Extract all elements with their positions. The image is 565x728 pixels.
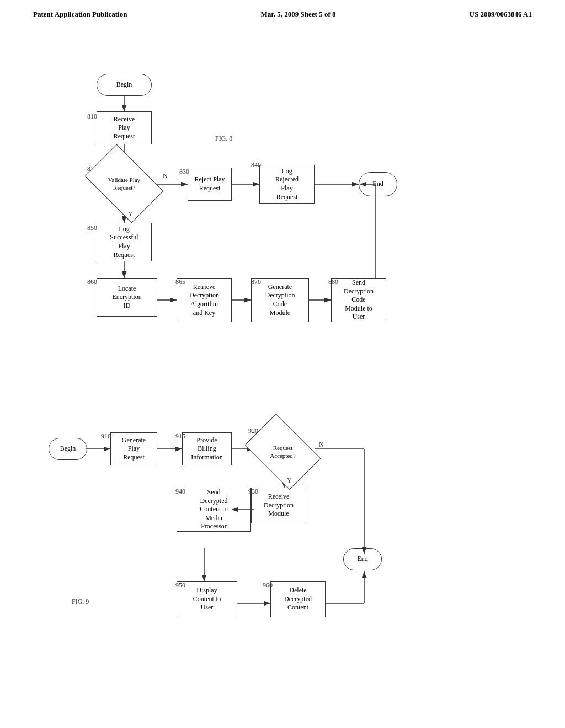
end2-node: End	[343, 548, 382, 570]
page-header: Patent Application Publication Mar. 5, 2…	[0, 0, 565, 19]
node-820: Validate PlayRequest?	[91, 161, 157, 206]
node-810-label: 810	[87, 113, 97, 121]
n-label-920: N	[319, 441, 324, 449]
header-left: Patent Application Publication	[33, 10, 127, 19]
node-850-label: 850	[87, 224, 97, 232]
header-right: US 2009/0063846 A1	[470, 10, 532, 19]
end1-node: End	[359, 172, 397, 196]
begin1-node: Begin	[97, 74, 152, 96]
node-860: Locate Encryption ID	[97, 278, 157, 317]
node-850: Log Successful Play Request	[97, 223, 152, 261]
node-950: Display Content to User	[177, 581, 237, 617]
node-840: Log Rejected Play Request	[259, 165, 315, 204]
node-865: Retrieve Decryption Algorithm and Key	[177, 278, 232, 322]
node-960: Delete Decrypted Content	[270, 581, 326, 617]
node-860-label: 860	[87, 278, 97, 286]
y-label-820: Y	[128, 210, 133, 218]
node-915: Provide Billing Information	[182, 432, 232, 465]
node-940: Send Decrypted Content to Media Processo…	[177, 488, 251, 532]
node-880: Send Decryption Code Module to User	[331, 278, 386, 322]
begin2-node: Begin	[49, 438, 87, 460]
y-label-920: Y	[287, 477, 292, 485]
node-870: Generate Decryption Code Module	[251, 278, 309, 322]
node-920: RequestAccepted?	[251, 430, 315, 474]
node-830: Reject Play Request	[188, 168, 232, 201]
node-910-label: 910	[101, 432, 111, 441]
fig8-label: FIG. 8	[215, 135, 232, 143]
node-930: Receive Decryption Module	[251, 488, 306, 523]
diagram-area: FIG. 8 Begin 810 Receive Play Request 82…	[0, 24, 565, 708]
node-910: Generate Play Request	[110, 432, 157, 465]
fig9-label: FIG. 9	[72, 598, 89, 606]
node-810: Receive Play Request	[97, 111, 152, 144]
n-label-820: N	[163, 172, 168, 180]
header-middle: Mar. 5, 2009 Sheet 5 of 8	[261, 10, 336, 19]
